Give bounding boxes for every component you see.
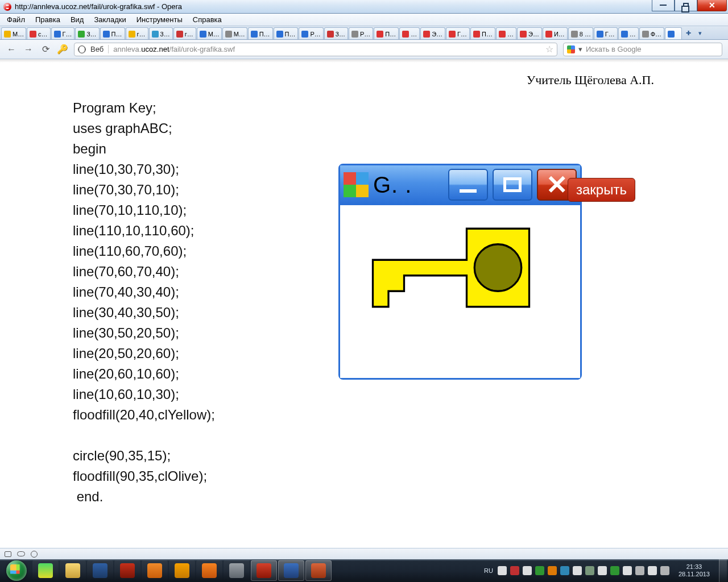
tray-icon-6[interactable]: [573, 566, 582, 575]
browser-tab-19[interactable]: П…: [470, 27, 495, 39]
taskbar-opera[interactable]: [251, 560, 277, 581]
search-field[interactable]: ▾ Искать в Google: [563, 43, 722, 56]
taskbar-120[interactable]: [114, 560, 140, 581]
window-titlebar: http://annleva.ucoz.net/fail/urok-grafik…: [0, 0, 728, 14]
tray-icon-9[interactable]: [610, 566, 619, 575]
browser-tab-26[interactable]: Ф…: [639, 27, 664, 39]
browser-tab-22[interactable]: И…: [543, 27, 568, 39]
browser-tab-27[interactable]: [665, 27, 682, 39]
panel-icon[interactable]: [5, 551, 11, 557]
tab-label: Г…: [63, 31, 72, 38]
favicon: [642, 31, 649, 38]
tray-icon-3[interactable]: [535, 566, 544, 575]
browser-tab-11[interactable]: П…: [274, 27, 299, 39]
graphabc-minimize-button[interactable]: [448, 169, 488, 201]
browser-tab-14[interactable]: Р…: [349, 27, 373, 39]
browser-tab-15[interactable]: П…: [374, 27, 399, 39]
taskbar-app1[interactable]: [142, 560, 168, 581]
nav-wand-button[interactable]: 🔑: [57, 44, 68, 55]
tray-icon-13[interactable]: [660, 566, 669, 575]
taskbar-mail[interactable]: [169, 560, 195, 581]
graphabc-titlebar: G. . ✕: [340, 165, 580, 205]
tray-icon-10[interactable]: [623, 566, 632, 575]
browser-tab-3[interactable]: 3…: [75, 27, 99, 39]
browser-tab-1[interactable]: с…: [27, 27, 51, 39]
tray-date: 28.11.2013: [679, 571, 710, 578]
taskbar-chrome[interactable]: [32, 560, 59, 581]
browser-tab-4[interactable]: П…: [100, 27, 125, 39]
browser-tab-0[interactable]: М…: [1, 27, 26, 39]
tray-icon-2[interactable]: [523, 566, 532, 575]
browser-tab-6[interactable]: 3…: [149, 27, 173, 39]
favicon: [176, 31, 183, 38]
tray-icon-11[interactable]: [635, 566, 644, 575]
bookmark-star-icon[interactable]: ☆: [545, 44, 553, 55]
turbo-icon[interactable]: [31, 551, 38, 558]
svg-point-0: [474, 244, 522, 292]
tray-icon-7[interactable]: [585, 566, 594, 575]
taskbar-sm[interactable]: [87, 560, 113, 581]
tab-label: П…: [111, 31, 122, 38]
url-host: ucoz.net: [141, 45, 169, 53]
window-close-button[interactable]: ✕: [697, 0, 727, 11]
favicon: [499, 31, 506, 38]
favicon: [449, 31, 456, 38]
menu-Справка[interactable]: Справка: [188, 14, 226, 25]
window-minimize-button[interactable]: [652, 0, 675, 11]
browser-tab-12[interactable]: Р…: [299, 27, 323, 39]
browser-tab-23[interactable]: 8 …: [568, 27, 593, 39]
nav-forward-button[interactable]: →: [23, 44, 34, 55]
menu-Инструменты[interactable]: Инструменты: [132, 14, 187, 25]
browser-tab-21[interactable]: Э…: [517, 27, 542, 39]
tray-lang[interactable]: RU: [484, 567, 493, 574]
taskbar-word[interactable]: [278, 560, 304, 581]
browser-tab-20[interactable]: …: [496, 27, 516, 39]
new-tab-button[interactable]: ✚: [682, 27, 695, 39]
globe-icon: [78, 45, 86, 53]
graphabc-maximize-button[interactable]: [493, 169, 532, 201]
favicon: [54, 31, 61, 38]
browser-tab-5[interactable]: г…: [126, 27, 148, 39]
tray-icon-0[interactable]: [498, 566, 507, 575]
toolbar: ← → ⟳ 🔑 Веб annleva.ucoz.net/fail/urok-g…: [0, 40, 728, 59]
taskbar-ok[interactable]: [196, 560, 222, 581]
browser-tab-9[interactable]: М…: [222, 27, 247, 39]
windows-taskbar: RU 21:33 28.11.2013: [0, 559, 728, 582]
browser-tab-13[interactable]: 3…: [324, 27, 348, 39]
browser-tab-24[interactable]: Г…: [594, 27, 618, 39]
tray-icon-5[interactable]: [560, 566, 569, 575]
taskbar-explorer[interactable]: [60, 560, 86, 581]
close-glyph: ✕: [709, 1, 715, 10]
browser-tab-17[interactable]: Э…: [420, 27, 445, 39]
tray-clock[interactable]: 21:33 28.11.2013: [674, 563, 714, 578]
browser-tab-10[interactable]: П…: [248, 27, 273, 39]
tray-icon-4[interactable]: [548, 566, 557, 575]
browser-tab-7[interactable]: г…: [173, 27, 196, 39]
show-desktop-button[interactable]: [719, 559, 727, 582]
favicon: [597, 31, 603, 38]
program-code: Program Key; uses graphABC; begin line(1…: [73, 98, 215, 507]
tab-list-button[interactable]: ▾: [696, 27, 705, 39]
nav-back-button[interactable]: ←: [6, 44, 17, 55]
address-field[interactable]: Веб annleva.ucoz.net/fail/urok-grafika.s…: [74, 43, 557, 56]
browser-tab-8[interactable]: М…: [197, 27, 222, 39]
window-restore-button[interactable]: [675, 0, 697, 11]
taskbar-app2[interactable]: [224, 560, 250, 581]
browser-tab-2[interactable]: Г…: [51, 27, 75, 39]
start-button[interactable]: [1, 559, 32, 582]
tray-icon-12[interactable]: [648, 566, 657, 575]
browser-tab-25[interactable]: …: [618, 27, 639, 39]
menu-Файл[interactable]: Файл: [2, 14, 30, 25]
nav-reload-button[interactable]: ⟳: [40, 44, 51, 55]
menu-Закладки[interactable]: Закладки: [89, 14, 130, 25]
taskbar-powerpoint[interactable]: [305, 560, 332, 581]
sync-icon[interactable]: [17, 551, 25, 556]
browser-tab-16[interactable]: …: [399, 27, 420, 39]
menu-Правка[interactable]: Правка: [31, 14, 65, 25]
tab-label: 3…: [86, 31, 96, 38]
menu-Вид[interactable]: Вид: [66, 14, 89, 25]
tray-icon-1[interactable]: [510, 566, 519, 575]
tray-icon-8[interactable]: [598, 566, 607, 575]
browser-tab-18[interactable]: Г…: [446, 27, 470, 39]
favicon: [377, 31, 383, 38]
